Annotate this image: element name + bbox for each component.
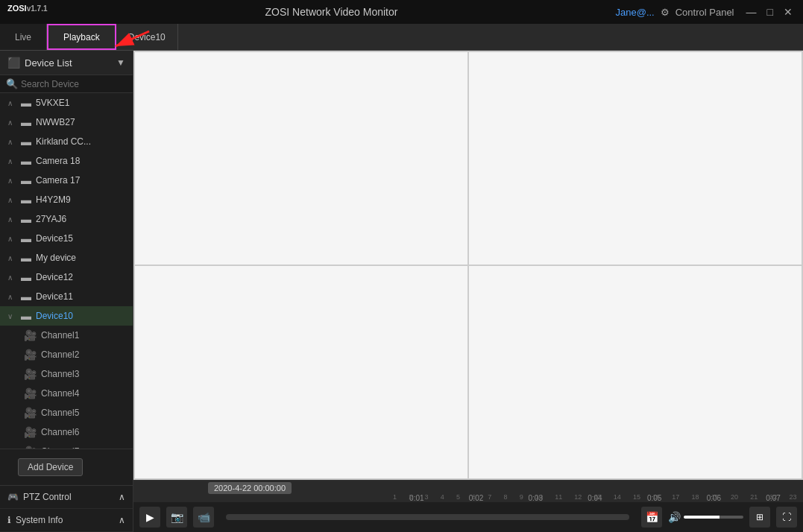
camera-icon: 🎥 bbox=[24, 349, 37, 361]
video-cell-2 bbox=[468, 51, 802, 265]
video-cell-3 bbox=[134, 265, 468, 479]
fullscreen-button[interactable]: ⛶ bbox=[776, 507, 797, 528]
title-bar-left: ZOSIv1.7.1 bbox=[7, 4, 47, 21]
timeline[interactable]: 2020-4-22 00:00:00 0:01 0:02 0:03 0:04 0… bbox=[133, 481, 803, 502]
device-item-device10[interactable]: ∨ ▬ Device10 bbox=[0, 306, 133, 326]
device-item-device15[interactable]: ∧ ▬ Device15 bbox=[0, 229, 133, 248]
sidebar-bottom: 🎮 PTZ Control ∧ ℹ System Info ∧ bbox=[0, 485, 133, 532]
system-info-section[interactable]: ℹ System Info ∧ bbox=[0, 509, 133, 532]
dvr-icon: ▬ bbox=[21, 213, 31, 225]
chevron-icon: ∧ bbox=[7, 254, 16, 262]
title-bar: ZOSIv1.7.1 ZOSI Network Video Monitor Ja… bbox=[0, 0, 803, 24]
device-item-h4y2m9[interactable]: ∧ ▬ H4Y2M9 bbox=[0, 190, 133, 209]
ptz-control-section[interactable]: 🎮 PTZ Control ∧ bbox=[0, 486, 133, 509]
device-item-device11[interactable]: ∧ ▬ Device11 bbox=[0, 287, 133, 306]
dvr-icon: ▬ bbox=[21, 252, 31, 264]
chevron-icon: ∧ bbox=[7, 157, 16, 165]
channel-item-1[interactable]: 🎥 Channel1 bbox=[0, 326, 133, 345]
chevron-icon: ∧ bbox=[7, 293, 16, 301]
device-item-kirkland[interactable]: ∧ ▬ Kirkland CC... bbox=[0, 132, 133, 151]
device-name: Camera 18 bbox=[36, 156, 125, 166]
dvr-icon: ▬ bbox=[21, 97, 31, 109]
volume-icon[interactable]: 🔊 bbox=[668, 511, 681, 523]
device-item-27yaj6[interactable]: ∧ ▬ 27YAJ6 bbox=[0, 209, 133, 229]
channel-name: Channel2 bbox=[41, 349, 79, 360]
maximize-button[interactable]: □ bbox=[764, 6, 776, 18]
device-name: 27YAJ6 bbox=[36, 214, 125, 224]
device-item-nwwb27[interactable]: ∧ ▬ NWWB27 bbox=[0, 113, 133, 132]
chevron-icon: ∧ bbox=[7, 99, 16, 107]
record-button[interactable]: 📹 bbox=[193, 507, 214, 528]
tab-playback[interactable]: Playback bbox=[47, 24, 116, 50]
camera-icon: 🎥 bbox=[24, 407, 37, 419]
system-icon: ℹ bbox=[7, 515, 11, 525]
channel-name: Channel4 bbox=[41, 388, 79, 399]
chevron-icon: ∧ bbox=[7, 273, 16, 282]
tab-live[interactable]: Live bbox=[0, 24, 47, 50]
tab-bar: Live Playback Device10 bbox=[0, 24, 803, 51]
logo: ZOSIv1.7.1 bbox=[7, 4, 47, 21]
channel-item-3[interactable]: 🎥 Channel3 bbox=[0, 364, 133, 384]
chevron-icon: ∧ bbox=[7, 215, 16, 224]
title-bar-right: Jane@... ⚙ Control Panel — □ ✕ bbox=[616, 6, 796, 18]
add-device-button[interactable]: Add Device bbox=[18, 458, 83, 476]
dvr-icon: ▬ bbox=[21, 116, 31, 128]
device-name: Device15 bbox=[36, 233, 125, 244]
device-name: Device12 bbox=[36, 272, 125, 282]
search-icon: 🔍 bbox=[6, 78, 18, 89]
device-item-camera18[interactable]: ∧ ▬ Camera 18 bbox=[0, 151, 133, 171]
ptz-label: PTZ Control bbox=[23, 492, 72, 502]
play-button[interactable]: ▶ bbox=[139, 507, 160, 528]
grid-layout-button[interactable]: ⊞ bbox=[749, 507, 770, 528]
calendar-button[interactable]: 📅 bbox=[641, 507, 662, 528]
gear-icon[interactable]: ⚙ bbox=[661, 7, 670, 18]
timeline-track[interactable] bbox=[226, 514, 629, 520]
main-layout: ⬛ Device List ▼ 🔍 ≡ ∧ ▬ 5VKXE1 ∧ ▬ NWWB2… bbox=[0, 51, 803, 532]
channel-item-6[interactable]: 🎥 Channel6 bbox=[0, 422, 133, 442]
channel-name: Channel3 bbox=[41, 369, 79, 379]
camera-icon: 🎥 bbox=[24, 368, 37, 380]
device-name: Device11 bbox=[36, 291, 125, 302]
dvr-icon: ▬ bbox=[21, 291, 31, 303]
device-list: ∧ ▬ 5VKXE1 ∧ ▬ NWWB27 ∧ ▬ Kirkland CC...… bbox=[0, 93, 133, 449]
device-item-mydevice[interactable]: ∧ ▬ My device bbox=[0, 248, 133, 267]
video-cell-4 bbox=[468, 265, 802, 479]
volume-slider[interactable] bbox=[684, 516, 743, 519]
device-name: Camera 17 bbox=[36, 175, 125, 186]
device-item-camera17[interactable]: ∧ ▬ Camera 17 bbox=[0, 171, 133, 190]
device-item-device12[interactable]: ∧ ▬ Device12 bbox=[0, 267, 133, 287]
ptz-icon: 🎮 bbox=[7, 492, 19, 502]
device-item-5vkxe1[interactable]: ∧ ▬ 5VKXE1 bbox=[0, 93, 133, 113]
volume-control: 🔊 bbox=[668, 511, 743, 523]
sidebar-chevron-icon[interactable]: ▼ bbox=[116, 57, 125, 68]
dvr-icon: ▬ bbox=[21, 174, 31, 186]
device-list-label: Device List bbox=[25, 57, 72, 69]
camera-icon: 🎥 bbox=[24, 329, 37, 341]
snapshot-button[interactable]: 📷 bbox=[166, 507, 187, 528]
chevron-icon: ∧ bbox=[7, 196, 16, 204]
channel-item-2[interactable]: 🎥 Channel2 bbox=[0, 345, 133, 364]
camera-icon: 🎥 bbox=[24, 426, 37, 438]
device-name: My device bbox=[36, 253, 125, 263]
close-button[interactable]: ✕ bbox=[781, 6, 796, 18]
tab-device10[interactable]: Device10 bbox=[116, 24, 178, 50]
system-info-label: System Info bbox=[16, 515, 63, 525]
video-grid bbox=[133, 51, 803, 480]
channel-item-5[interactable]: 🎥 Channel5 bbox=[0, 403, 133, 422]
device-name: 5VKXE1 bbox=[36, 98, 125, 108]
device-name: NWWB27 bbox=[36, 117, 125, 127]
right-panel: 2020-4-22 00:00:00 0:01 0:02 0:03 0:04 0… bbox=[133, 51, 803, 532]
controls-row: ▶ 📷 📹 📅 🔊 ⊞ ⛶ bbox=[133, 502, 803, 532]
minimize-button[interactable]: — bbox=[743, 6, 760, 18]
username: Jane@... bbox=[616, 7, 655, 18]
search-input[interactable] bbox=[21, 79, 133, 89]
channel-item-4[interactable]: 🎥 Channel4 bbox=[0, 384, 133, 403]
device-name: H4Y2M9 bbox=[36, 194, 125, 205]
chevron-icon: ∨ bbox=[7, 312, 16, 320]
dvr-icon: ▬ bbox=[21, 310, 31, 322]
channel-item-7[interactable]: 🎥 Channel7 bbox=[0, 442, 133, 449]
sidebar-header: ⬛ Device List ▼ bbox=[0, 51, 133, 75]
camera-icon: 🎥 bbox=[24, 387, 37, 399]
channel-name: Channel5 bbox=[41, 408, 79, 418]
control-panel-label[interactable]: Control Panel bbox=[676, 7, 734, 18]
